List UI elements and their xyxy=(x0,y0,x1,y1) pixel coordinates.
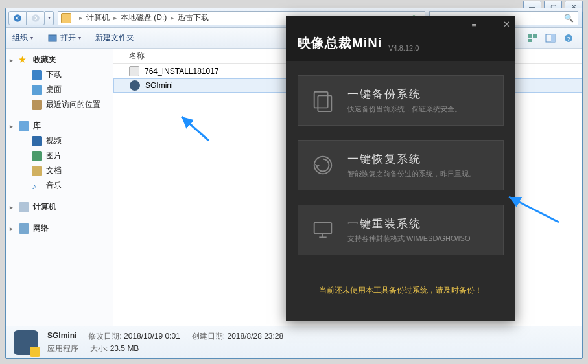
monitor-icon xyxy=(310,217,336,243)
document-icon xyxy=(32,166,42,176)
file-name: SGImini xyxy=(145,81,173,90)
backup-card[interactable]: 一键备份系统快速备份当前系统，保证系统安全。 xyxy=(298,75,504,126)
app-minimize-button[interactable]: — xyxy=(486,19,494,29)
svg-rect-2 xyxy=(49,35,56,41)
sgimini-app-window: 映像总裁MiNi V4.8.12.0 ≡ — ✕ 一键备份系统快速备份当前系统，… xyxy=(286,16,515,321)
search-icon: 🔍 xyxy=(564,14,574,23)
app-menu-button[interactable]: ≡ xyxy=(471,19,476,29)
library-icon xyxy=(19,121,29,131)
download-icon xyxy=(32,70,42,80)
forward-button[interactable] xyxy=(27,11,45,25)
network-icon xyxy=(19,223,29,234)
svg-rect-3 xyxy=(528,34,532,38)
installer-icon xyxy=(129,66,139,76)
restore-card[interactable]: 一键恢复系统智能恢复之前备份过的系统，昨日重现。 xyxy=(298,140,504,190)
desktop-icon xyxy=(32,85,42,95)
nav-buttons: ▾ xyxy=(8,11,54,25)
file-large-icon xyxy=(14,330,38,355)
picture-icon xyxy=(32,151,42,161)
warning-text: 当前还未使用本工具备份过系统，请及时备份！ xyxy=(298,285,504,296)
open-icon xyxy=(47,33,58,43)
app-close-button[interactable]: ✕ xyxy=(503,19,510,29)
svg-text:?: ? xyxy=(567,36,570,42)
details-type: 应用程序 xyxy=(47,343,78,354)
sidebar-libraries[interactable]: ▸库 xyxy=(6,119,113,133)
chevron-right-icon: ▸ xyxy=(113,14,117,21)
sidebar-music[interactable]: ♪音乐 xyxy=(6,178,113,193)
recent-icon xyxy=(32,100,42,110)
arrow-right-icon xyxy=(31,14,40,23)
preview-pane-button[interactable] xyxy=(543,31,558,45)
svg-point-0 xyxy=(14,14,21,22)
back-button[interactable] xyxy=(8,11,27,25)
folder-icon xyxy=(61,13,71,23)
app-title: 映像总裁MiNi xyxy=(298,34,382,52)
arrow-left-icon xyxy=(13,14,22,23)
help-button[interactable]: ? xyxy=(561,31,576,45)
app-version: V4.8.12.0 xyxy=(388,44,419,52)
details-name: SGImini xyxy=(47,331,76,342)
sidebar-documents[interactable]: 文档 xyxy=(6,163,113,178)
star-icon: ★ xyxy=(19,55,29,65)
breadcrumb-drive[interactable]: 本地磁盘 (D:) xyxy=(121,12,167,23)
newfolder-label: 新建文件夹 xyxy=(95,32,134,43)
app-titlebar: 映像总裁MiNi V4.8.12.0 ≡ — ✕ xyxy=(286,16,515,61)
open-button[interactable]: 打开▾ xyxy=(47,32,81,43)
sidebar-videos[interactable]: 视频 xyxy=(6,133,113,148)
nav-history-dropdown[interactable]: ▾ xyxy=(45,11,54,25)
music-icon: ♪ xyxy=(32,181,42,191)
details-pane: SGImini 修改日期: 2018/10/19 0:01 创建日期: 2018… xyxy=(6,326,582,358)
video-icon xyxy=(32,136,42,146)
chevron-right-icon: ▸ xyxy=(79,14,82,21)
sidebar-recent[interactable]: 最近访问的位置 xyxy=(6,97,113,112)
sidebar-computer[interactable]: ▸计算机 xyxy=(6,199,113,214)
open-label: 打开 xyxy=(60,32,76,43)
sidebar-downloads[interactable]: 下载 xyxy=(6,67,113,82)
app-icon xyxy=(130,80,140,91)
backup-icon xyxy=(310,87,336,113)
chevron-right-icon: ▸ xyxy=(171,14,174,21)
svg-point-1 xyxy=(32,14,40,22)
breadcrumb-folder[interactable]: 迅雷下载 xyxy=(178,12,209,23)
organize-menu[interactable]: 组织▾ xyxy=(12,32,33,43)
restore-icon xyxy=(310,152,336,178)
view-options-button[interactable] xyxy=(525,31,539,45)
svg-rect-4 xyxy=(533,34,537,38)
new-folder-button[interactable]: 新建文件夹 xyxy=(95,32,134,43)
svg-rect-5 xyxy=(528,39,532,42)
svg-rect-10 xyxy=(314,92,328,108)
sidebar-favorites[interactable]: ▸★收藏夹 xyxy=(6,52,113,67)
breadcrumb-root[interactable]: 计算机 xyxy=(86,12,110,23)
organize-label: 组织 xyxy=(12,32,28,43)
sidebar-network[interactable]: ▸网络 xyxy=(6,221,113,236)
computer-icon xyxy=(19,202,29,212)
reinstall-card[interactable]: 一键重装系统支持各种封装格式 WIM/ESD/GHO/ISO xyxy=(298,205,504,255)
sidebar: ▸★收藏夹 下载 桌面 最近访问的位置 ▸库 视频 图片 文档 ♪音乐 ▸计算机… xyxy=(6,49,113,326)
svg-rect-13 xyxy=(314,223,332,234)
svg-rect-11 xyxy=(318,95,331,111)
file-name: 764_INSTALL181017 xyxy=(145,67,219,76)
sidebar-desktop[interactable]: 桌面 xyxy=(6,82,113,97)
svg-rect-7 xyxy=(551,34,555,42)
app-window-controls: ≡ — ✕ xyxy=(471,19,510,29)
sidebar-pictures[interactable]: 图片 xyxy=(6,148,113,163)
